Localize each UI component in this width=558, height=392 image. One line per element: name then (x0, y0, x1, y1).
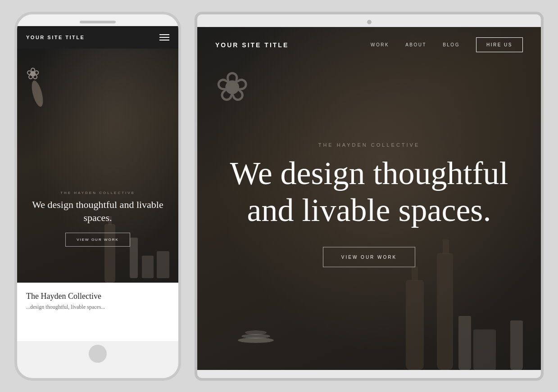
desktop-bottle-1 (406, 280, 424, 370)
hamburger-line (159, 40, 169, 41)
desktop-bottle-2 (437, 253, 453, 370)
desktop-flower-decoration (215, 63, 249, 110)
mobile-below-fold: The Hayden Collective ...design thoughtf… (17, 283, 178, 341)
desktop-hero-content: THE HAYDEN COLLECTIVE We design thoughtf… (212, 142, 527, 267)
mobile-hero-heading: We design thoughtful and livable spaces. (26, 198, 169, 224)
desktop-heading-line2: and livable spaces. (247, 192, 491, 228)
desktop-navigation: YOUR SITE TITLE WORK ABOUT BLOG HIRE US (197, 27, 541, 63)
mobile-hero: THE HAYDEN COLLECTIVE We design thoughtf… (17, 49, 178, 283)
desktop-plates-decoration (238, 338, 274, 343)
desktop-device: YOUR SITE TITLE WORK ABOUT BLOG HIRE US … (195, 12, 544, 381)
desktop-site-title[interactable]: YOUR SITE TITLE (215, 41, 289, 49)
desktop-camera (367, 20, 372, 24)
mobile-collection-subtitle: THE HAYDEN COLLECTIVE (26, 191, 169, 195)
mobile-device: YOUR SITE TITLE THE HAYDEN COLLECTIVE We… (14, 12, 181, 381)
desktop-collection-subtitle: THE HAYDEN COLLECTIVE (212, 142, 527, 147)
desktop-glass-tall-2 (510, 320, 523, 370)
mobile-speaker (80, 21, 116, 23)
flower-decoration (24, 62, 51, 107)
desktop-glass-med-1 (473, 329, 496, 370)
hamburger-line (159, 34, 169, 35)
mobile-screen: YOUR SITE TITLE THE HAYDEN COLLECTIVE We… (17, 26, 178, 341)
desktop-view-work-button[interactable]: VIEW OUR WORK (323, 247, 415, 267)
hamburger-icon[interactable] (159, 34, 169, 41)
hamburger-line (159, 37, 169, 38)
mobile-header: YOUR SITE TITLE (17, 26, 178, 49)
desktop-nav-links: WORK ABOUT BLOG HIRE US (371, 37, 523, 52)
desktop-heading-line1: We design thoughtful (230, 155, 508, 191)
mobile-below-title: The Hayden Collective (26, 292, 169, 301)
mobile-site-title: YOUR SITE TITLE (26, 35, 85, 40)
mobile-home-button[interactable] (89, 345, 107, 363)
mobile-below-text: ...design thoughtful, livable spaces... (26, 304, 169, 311)
hire-us-button[interactable]: HIRE US (476, 37, 523, 52)
glass-short-1 (142, 256, 154, 278)
desktop-hero-heading: We design thoughtful and livable spaces. (212, 154, 527, 229)
glass-short-2 (157, 251, 169, 278)
desktop-glass-tall-1 (458, 316, 471, 370)
mobile-hero-decor (17, 49, 178, 283)
mobile-hero-content: THE HAYDEN COLLECTIVE We design thoughtf… (17, 191, 178, 246)
desktop-screen: YOUR SITE TITLE WORK ABOUT BLOG HIRE US … (197, 27, 541, 370)
nav-link-blog[interactable]: BLOG (443, 42, 460, 47)
nav-link-work[interactable]: WORK (371, 42, 389, 47)
mobile-view-work-button[interactable]: VIEW OUR WORK (65, 233, 130, 247)
nav-link-about[interactable]: ABOUT (405, 42, 426, 47)
